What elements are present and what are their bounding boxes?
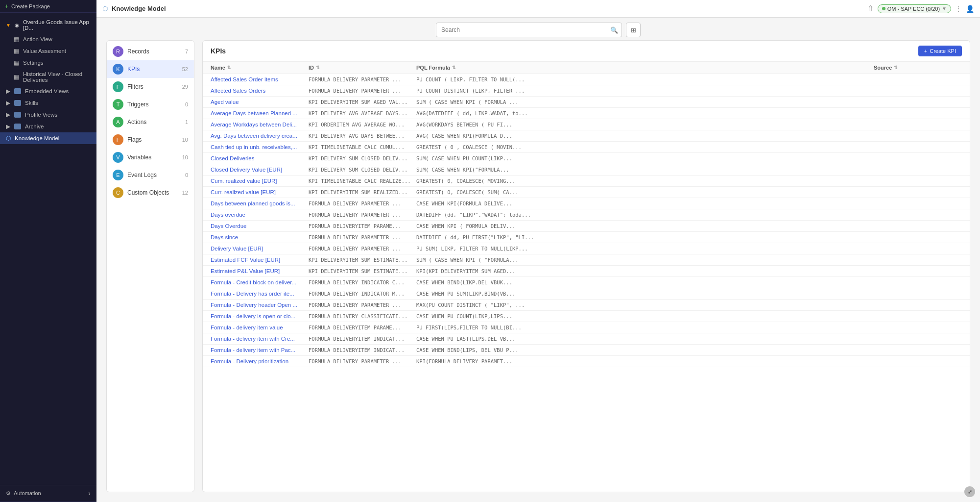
sidebar-item-settings[interactable]: ▦ Settings: [0, 57, 96, 69]
table-row[interactable]: Formula - Credit block on deliver... FOR…: [203, 277, 970, 288]
cell-name[interactable]: Formula - delivery item value: [211, 325, 309, 330]
cell-name[interactable]: Cash tied up in unb. receivables,...: [211, 144, 309, 150]
category-item-records[interactable]: R Records 7: [107, 43, 194, 60]
category-item-variables[interactable]: V Variables 10: [107, 149, 194, 166]
cell-name[interactable]: Formula - Delivery has order ite...: [211, 291, 309, 297]
topbar-user[interactable]: OM - SAP ECC (0/20) ▼: [878, 4, 951, 13]
table-row[interactable]: Estimated FCF Value [EUR] KPI_DELIVERYIT…: [203, 254, 970, 266]
cell-name[interactable]: Average Days between Planned ...: [211, 110, 309, 116]
cell-pql: SUM( CASE WHEN KPI("FORMULA...: [416, 167, 874, 173]
cell-name[interactable]: Formula - Delivery header Open ...: [211, 302, 309, 308]
cell-pql: PU_FIRST(LIPS,FILTER_TO_NULL(BI...: [416, 325, 874, 330]
topbar-actions: ⇧ OM - SAP ECC (0/20) ▼ ⋮ 👤: [867, 4, 974, 13]
table-row[interactable]: Affected Sales Orders FORMULA_DELIVERY_P…: [203, 85, 970, 97]
cell-id: FORMULA_DELIVERY_PARAMETER_...: [309, 246, 416, 251]
cat-label: Filters: [127, 83, 143, 90]
cell-name[interactable]: Days overdue: [211, 212, 309, 218]
expand-button[interactable]: ⤢: [964, 486, 975, 497]
sidebar-item-label: Knowledge Model: [15, 135, 59, 141]
table-row[interactable]: Estimated P&L Value [EUR] KPI_DELIVERYIT…: [203, 266, 970, 277]
table-row[interactable]: Days Overdue FORMULA_DELIVERYITEM_PARAME…: [203, 221, 970, 232]
cell-id: FORMULA_DELIVERY_PARAMETER_...: [309, 201, 416, 206]
folder-icon: ▶: [6, 100, 10, 106]
cell-name[interactable]: Formula - delivery item with Cre...: [211, 336, 309, 342]
sidebar-item-historical-view[interactable]: ▦ Historical View - Closed Deliveries: [0, 69, 96, 85]
sidebar-item-action-view[interactable]: ▦ Action View: [0, 33, 96, 45]
table-row[interactable]: Average Days between Planned ... KPI_DEL…: [203, 108, 970, 119]
expand-icon[interactable]: ⤢: [964, 486, 975, 497]
cell-id: KPI_TIMELINETABLE_CALC_CUMUL...: [309, 144, 416, 150]
table-row[interactable]: Days overdue FORMULA_DELIVERY_PARAMETER_…: [203, 209, 970, 221]
sidebar-item-knowledge-model[interactable]: ⬡ Knowledge Model: [0, 132, 96, 144]
search-input[interactable]: [436, 23, 622, 37]
sidebar-item-skills[interactable]: ▶ Skills: [0, 97, 96, 109]
table-row[interactable]: Formula - delivery is open or clo... FOR…: [203, 311, 970, 322]
profile-icon[interactable]: 👤: [966, 5, 974, 13]
table-row[interactable]: Formula - Delivery has order ite... FORM…: [203, 288, 970, 300]
table-row[interactable]: Formula - delivery item with Pac... FORM…: [203, 345, 970, 356]
sidebar-item-profile-views[interactable]: ▶ Profile Views: [0, 109, 96, 121]
cell-name[interactable]: Days since: [211, 234, 309, 240]
cat-icon: F: [113, 81, 123, 92]
more-icon[interactable]: ⋮: [955, 5, 962, 13]
cell-name[interactable]: Curr. realized value [EUR]: [211, 189, 309, 195]
create-package-label[interactable]: Create Package: [11, 3, 50, 9]
table-row[interactable]: Avg. Days between delivery crea... KPI_D…: [203, 130, 970, 142]
cell-name[interactable]: Avg. Days between delivery crea...: [211, 133, 309, 139]
table-row[interactable]: Formula - delivery item with Cre... FORM…: [203, 333, 970, 345]
filter-icon-button[interactable]: ⊞: [626, 23, 641, 37]
category-item-actions[interactable]: A Actions 1: [107, 113, 194, 131]
category-item-custom-objects[interactable]: C Custom Objects 12: [107, 184, 194, 201]
table-row[interactable]: Cum. realized value [EUR] KPI_TIMELINETA…: [203, 176, 970, 187]
table-row[interactable]: Formula - delivery item value FORMULA_DE…: [203, 322, 970, 333]
table-row[interactable]: Curr. realized value [EUR] KPI_DELIVERYI…: [203, 187, 970, 198]
cell-name[interactable]: Estimated FCF Value [EUR]: [211, 257, 309, 263]
cell-name[interactable]: Estimated P&L Value [EUR]: [211, 268, 309, 274]
sort-icon[interactable]: ⇅: [894, 65, 898, 70]
sort-icon[interactable]: ⇅: [227, 65, 231, 70]
table-row[interactable]: Cash tied up in unb. receivables,... KPI…: [203, 142, 970, 153]
category-item-kpis[interactable]: K KPIs 52: [107, 60, 194, 78]
table-row[interactable]: Closed Delivery Value [EUR] KPI_DELIVERY…: [203, 164, 970, 176]
cell-name[interactable]: Delivery Value [EUR]: [211, 246, 309, 251]
cell-name[interactable]: Days between planned goods is...: [211, 201, 309, 206]
table-row[interactable]: Formula - Delivery header Open ... FORMU…: [203, 300, 970, 311]
sidebar-item-embedded-views[interactable]: ▶ Embedded Views: [0, 85, 96, 97]
category-item-event-logs[interactable]: E Event Logs 0: [107, 166, 194, 184]
cell-name[interactable]: Formula - delivery is open or clo...: [211, 313, 309, 319]
sidebar-item-value-assesment[interactable]: ▦ Value Assesment: [0, 45, 96, 57]
table-row[interactable]: Days between planned goods is... FORMULA…: [203, 198, 970, 209]
sort-icon[interactable]: ⇅: [316, 65, 320, 70]
category-item-filters[interactable]: F Filters 29: [107, 78, 194, 96]
sidebar-item-archive[interactable]: ▶ Archive: [0, 121, 96, 132]
share-icon[interactable]: ⇧: [867, 4, 874, 13]
cell-name[interactable]: Formula - Credit block on deliver...: [211, 279, 309, 285]
cell-name[interactable]: Affected Sales Orders: [211, 88, 309, 94]
table-row[interactable]: Aged value KPI_DELIVERYITEM_SUM_AGED_VAL…: [203, 97, 970, 108]
create-kpi-button[interactable]: + Create KPI: [918, 46, 962, 56]
sidebar-item-label: Historical View - Closed Deliveries: [23, 71, 91, 83]
table-row[interactable]: Formula - Delivery prioritization FORMUL…: [203, 356, 970, 367]
sidebar-item-overdue[interactable]: ▼ ◉ Overdue Goods Issue App [D...: [0, 17, 96, 33]
cell-name[interactable]: Aged value: [211, 99, 309, 105]
table-row[interactable]: Delivery Value [EUR] FORMULA_DELIVERY_PA…: [203, 243, 970, 254]
automation-chevron[interactable]: ›: [88, 489, 91, 497]
automation-label[interactable]: ⚙ Automation: [6, 490, 41, 497]
table-row[interactable]: Average Workdays between Deli... KPI_ORD…: [203, 119, 970, 130]
cell-name[interactable]: Days Overdue: [211, 223, 309, 229]
table-row[interactable]: Affected Sales Order Items FORMULA_DELIV…: [203, 74, 970, 85]
category-item-flags[interactable]: F Flags 10: [107, 131, 194, 149]
table-row[interactable]: Days since FORMULA_DELIVERY_PARAMETER_..…: [203, 232, 970, 243]
table-row[interactable]: Closed Deliveries KPI_DELIVERY_SUM_CLOSE…: [203, 153, 970, 164]
search-bar-area: 🔍 ⊞: [96, 18, 980, 40]
cell-name[interactable]: Cum. realized value [EUR]: [211, 178, 309, 184]
cell-name[interactable]: Affected Sales Order Items: [211, 76, 309, 82]
cell-name[interactable]: Average Workdays between Deli...: [211, 122, 309, 127]
cell-name[interactable]: Closed Deliveries: [211, 155, 309, 161]
cell-name[interactable]: Closed Delivery Value [EUR]: [211, 167, 309, 173]
table-columns-header: Name ⇅ ID ⇅ PQL Formula ⇅ Source ⇅: [203, 62, 970, 74]
cell-name[interactable]: Formula - delivery item with Pac...: [211, 347, 309, 353]
sort-icon[interactable]: ⇅: [452, 65, 456, 70]
cell-name[interactable]: Formula - Delivery prioritization: [211, 358, 309, 364]
category-item-triggers[interactable]: T Triggers 0: [107, 96, 194, 113]
